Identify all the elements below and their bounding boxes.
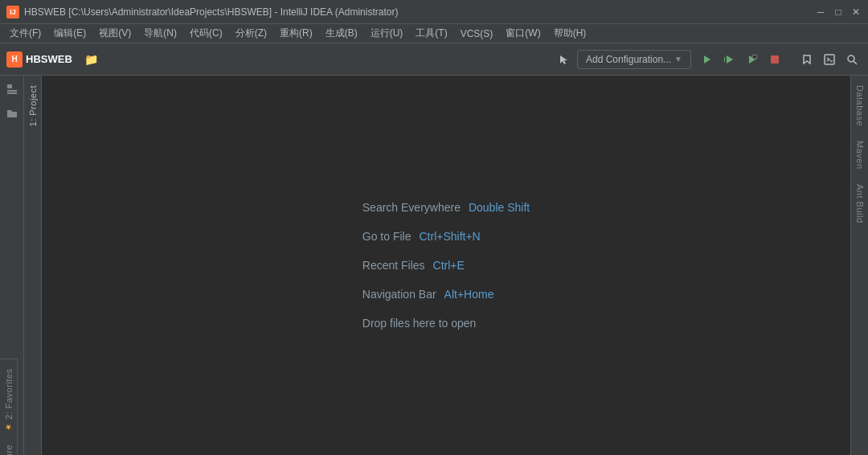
project-tab[interactable]: 1: Project	[26, 79, 40, 133]
editor-area[interactable]: Search Everywhere Double Shift Go to Fil…	[42, 76, 850, 455]
database-tab[interactable]: Database	[853, 79, 867, 133]
menu-window[interactable]: 窗口(W)	[499, 25, 547, 42]
app-icon: IJ	[6, 6, 19, 18]
menu-tools[interactable]: 工具(T)	[409, 25, 453, 42]
go-to-file-label: Go to File	[362, 230, 411, 243]
run-with-coverage-icon[interactable]: %	[743, 50, 762, 69]
right-sidebar: Database Maven Ant Build	[850, 76, 868, 455]
menu-bar: 文件(F) 编辑(E) 视图(V) 导航(N) 代码(C) 分析(Z) 重构(R…	[0, 24, 868, 43]
menu-file[interactable]: 文件(F)	[3, 25, 47, 42]
go-to-file-row: Go to File Ctrl+Shift+N	[362, 230, 481, 243]
menu-build[interactable]: 生成(B)	[319, 25, 364, 42]
drop-files-label: Drop files here to open	[362, 317, 477, 330]
dropdown-arrow-icon: ▼	[674, 55, 682, 64]
menu-run[interactable]: 运行(U)	[364, 25, 410, 42]
svg-rect-6	[771, 55, 779, 64]
menu-view[interactable]: 视图(V)	[92, 25, 137, 42]
search-everywhere-row: Search Everywhere Double Shift	[362, 201, 530, 214]
navigation-bar-row: Navigation Bar Alt+Home	[362, 288, 494, 301]
stop-button[interactable]	[765, 50, 784, 69]
project-view-icon[interactable]	[2, 79, 23, 100]
search-everywhere-key: Double Shift	[469, 201, 530, 214]
project-name: HBSWEB	[26, 53, 72, 65]
recent-files-row: Recent Files Ctrl+E	[362, 259, 465, 272]
svg-line-10	[854, 61, 857, 64]
maven-tab[interactable]: Maven	[853, 134, 867, 176]
menu-help[interactable]: 帮助(H)	[547, 25, 593, 42]
welcome-panel: Search Everywhere Double Shift Go to Fil…	[362, 201, 530, 330]
close-button[interactable]: ✕	[850, 6, 862, 18]
project-logo: H HBSWEB	[6, 51, 72, 68]
svg-point-9	[848, 55, 854, 62]
ant-build-tab[interactable]: Ant Build	[853, 178, 867, 230]
svg-text:%: %	[753, 56, 756, 60]
title-bar-text: HBSWEB [C:\Users\Administrator\IdeaProje…	[24, 6, 815, 18]
search-everywhere-label: Search Everywhere	[362, 201, 461, 214]
project-logo-icon: H	[6, 51, 23, 68]
bottom-left-tabs: ★ 2: Favorites Structure	[0, 359, 18, 455]
svg-rect-12	[7, 90, 17, 92]
menu-analyze[interactable]: 分析(Z)	[229, 25, 273, 42]
svg-rect-13	[7, 92, 17, 94]
main-area: 1: Project Search Everywhere Double Shif…	[0, 76, 868, 455]
debug-button[interactable]	[720, 50, 739, 69]
navigation-bar-label: Navigation Bar	[362, 288, 436, 301]
minimize-button[interactable]: ─	[815, 6, 826, 18]
cursor-icon[interactable]	[555, 50, 574, 69]
menu-refactor[interactable]: 重构(R)	[273, 25, 319, 42]
menu-code[interactable]: 代码(C)	[183, 25, 229, 42]
svg-marker-0	[704, 55, 710, 64]
maximize-button[interactable]: □	[833, 6, 844, 18]
window-controls: ─ □ ✕	[815, 6, 862, 18]
go-to-file-key: Ctrl+Shift+N	[419, 230, 480, 243]
menu-vcs[interactable]: VCS(S)	[454, 27, 500, 41]
structure-tab[interactable]: Structure	[2, 438, 16, 455]
folder-tree-icon[interactable]	[2, 103, 23, 124]
svg-rect-11	[7, 84, 12, 88]
menu-edit[interactable]: 编辑(E)	[47, 25, 92, 42]
svg-marker-1	[727, 55, 733, 64]
folder-icon[interactable]: 📁	[82, 50, 101, 69]
navigation-bar-key: Alt+Home	[444, 288, 494, 301]
recent-files-key: Ctrl+E	[433, 259, 465, 272]
left-panel-tabs: 1: Project	[24, 76, 42, 455]
favorites-tab[interactable]: ★ 2: Favorites	[2, 363, 16, 438]
run-button[interactable]	[698, 50, 717, 69]
drop-files-row: Drop files here to open	[362, 317, 477, 330]
bookmarks-icon[interactable]	[797, 50, 817, 69]
title-bar: IJ HBSWEB [C:\Users\Administrator\IdeaPr…	[0, 0, 868, 24]
toolbar: H HBSWEB 📁 Add Configuration... ▼ %	[0, 43, 868, 76]
add-configuration-button[interactable]: Add Configuration... ▼	[577, 50, 691, 69]
star-icon: ★	[4, 422, 13, 432]
recent-files-label: Recent Files	[362, 259, 425, 272]
terminal-icon[interactable]	[820, 50, 839, 69]
search-everywhere-icon[interactable]	[842, 50, 862, 69]
menu-navigate[interactable]: 导航(N)	[137, 25, 183, 42]
